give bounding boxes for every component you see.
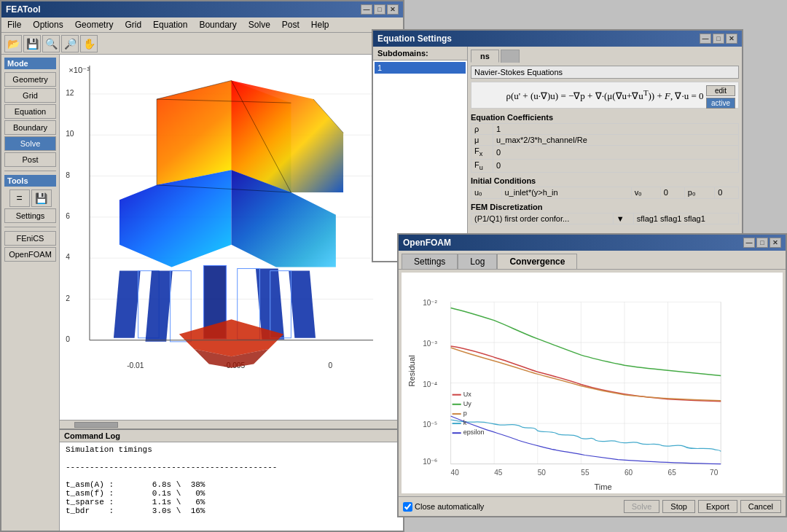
close-button[interactable]: ✕ — [387, 4, 399, 15]
sidebar-boundary[interactable]: Boundary — [4, 120, 56, 135]
of-tab-convergence[interactable]: Convergence — [497, 254, 577, 269]
svg-text:10⁻⁵: 10⁻⁵ — [423, 420, 437, 429]
sidebar-settings[interactable]: Settings — [4, 208, 56, 223]
of-content: Settings Log Convergence Residual Time 1… — [399, 251, 786, 516]
eq-tab-ns[interactable]: ns — [471, 50, 499, 63]
svg-text:10⁻⁶: 10⁻⁶ — [423, 458, 437, 466]
fem-value[interactable]: (P1/Q1) first order confor... — [471, 213, 614, 224]
coeff-value-fx[interactable]: 0 — [493, 146, 739, 159]
command-log-content: Simulation timings ---------------------… — [60, 442, 403, 528]
svg-rect-22 — [114, 271, 141, 338]
scrollbar-thumb[interactable] — [74, 422, 118, 428]
main-title-bar: FEATool — □ ✕ — [1, 1, 403, 17]
eq-maximize-button[interactable]: □ — [713, 34, 724, 44]
svg-text:Uy: Uy — [463, 400, 472, 407]
init-p0-value[interactable]: 0 — [715, 187, 739, 198]
maximize-button[interactable]: □ — [374, 4, 385, 15]
eq-close-button[interactable]: ✕ — [726, 34, 737, 44]
of-title-bar: OpenFOAM — □ ✕ — [399, 235, 786, 251]
coeff-row-rho: ρ 1 — [471, 124, 739, 135]
plot-area: ×10⁻³ 12 10 8 6 4 2 0 -0.01 -0.005 0 — [60, 55, 403, 420]
sidebar-geometry[interactable]: Geometry — [4, 72, 56, 87]
menu-solve[interactable]: Solve — [246, 19, 273, 31]
svg-text:Residual: Residual — [407, 355, 416, 386]
coeff-name-fu: Fu — [471, 159, 493, 172]
equals-icon[interactable]: = — [9, 189, 30, 207]
save-button[interactable]: 💾 — [23, 35, 41, 52]
svg-text:p: p — [463, 410, 467, 417]
of-tab-settings[interactable]: Settings — [402, 254, 458, 269]
menu-equation[interactable]: Equation — [150, 19, 190, 31]
svg-rect-75 — [453, 423, 461, 424]
sidebar-fenics[interactable]: FEniCS — [4, 231, 56, 246]
of-tabs: Settings Log Convergence — [399, 251, 786, 270]
svg-text:55: 55 — [581, 469, 590, 477]
init-table: u₀ u_inlet*(y>h_in v₀ 0 p₀ 0 — [471, 187, 739, 199]
sidebar-equation[interactable]: Equation — [4, 104, 56, 119]
stop-button[interactable]: Stop — [662, 500, 695, 513]
pan-button[interactable]: ✋ — [80, 35, 98, 52]
export-button[interactable]: Export — [698, 500, 737, 513]
menu-options[interactable]: Options — [30, 19, 66, 31]
close-auto-input[interactable] — [403, 502, 412, 512]
zoom-out-button[interactable]: 🔎 — [61, 35, 79, 52]
command-log-title: Command Log — [60, 430, 403, 442]
coeff-name-mu: μ — [471, 135, 493, 146]
svg-rect-71 — [453, 404, 461, 405]
minimize-button[interactable]: — — [361, 4, 372, 15]
coeff-value-mu[interactable]: u_max*2/3*h_channel/Re — [493, 135, 739, 146]
init-row: u₀ u_inlet*(y>h_in v₀ 0 p₀ 0 — [471, 187, 739, 198]
menu-geometry[interactable]: Geometry — [72, 19, 117, 31]
horizontal-scrollbar[interactable] — [60, 420, 403, 429]
of-tab-log[interactable]: Log — [458, 254, 497, 269]
formula-text: ρ(u' + (u·∇)u) = −∇p + ∇·(μ(∇u+∇uT)) + F… — [506, 90, 703, 101]
menu-file[interactable]: File — [4, 19, 24, 31]
sidebar-icon-row: = 💾 — [4, 189, 56, 207]
fem-dropdown[interactable]: ▼ — [613, 213, 633, 224]
open-button[interactable]: 📂 — [4, 35, 22, 52]
menu-help[interactable]: Help — [308, 19, 332, 31]
of-maximize-button[interactable]: □ — [756, 238, 768, 248]
cancel-button[interactable]: Cancel — [740, 500, 781, 513]
fem-section-label: FEM Discretization — [471, 203, 739, 211]
eq-minimize-button[interactable]: — — [700, 34, 711, 44]
svg-text:10⁻²: 10⁻² — [423, 299, 437, 307]
svg-text:10⁻³: 10⁻³ — [423, 340, 437, 348]
of-window-title: OpenFOAM — [403, 238, 451, 248]
subdomain-item-1[interactable]: 1 — [375, 62, 466, 74]
active-button[interactable]: active — [706, 98, 735, 109]
menu-post[interactable]: Post — [279, 19, 302, 31]
svg-text:0: 0 — [329, 361, 333, 369]
of-close-button[interactable]: ✕ — [770, 238, 781, 248]
main-window-controls: — □ ✕ — [361, 4, 399, 15]
solve-button[interactable]: Solve — [624, 500, 660, 513]
init-section-label: Initial Conditions — [471, 176, 739, 185]
mesh-plot: ×10⁻³ 12 10 8 6 4 2 0 -0.01 -0.005 0 — [60, 55, 403, 420]
svg-marker-20 — [120, 170, 232, 267]
svg-text:65: 65 — [668, 469, 677, 477]
sidebar-post[interactable]: Post — [4, 152, 56, 167]
sidebar-openfoam[interactable]: OpenFOAM — [4, 247, 56, 262]
sidebar-grid[interactable]: Grid — [4, 88, 56, 103]
menu-boundary[interactable]: Boundary — [196, 19, 239, 31]
svg-text:12: 12 — [66, 89, 74, 97]
svg-rect-24 — [145, 271, 172, 342]
edit-button[interactable]: edit — [706, 85, 735, 96]
tools-label: Tools — [4, 175, 56, 187]
zoom-in-button[interactable]: 🔍 — [42, 35, 60, 52]
sidebar-solve[interactable]: Solve — [4, 136, 56, 151]
subdomains-label: Subdomains: — [373, 47, 467, 60]
coeff-value-rho[interactable]: 1 — [493, 124, 739, 135]
svg-text:6: 6 — [66, 212, 70, 220]
menu-grid[interactable]: Grid — [122, 19, 144, 31]
coeff-value-fu[interactable]: 0 — [493, 159, 739, 172]
eq-tab-2[interactable] — [501, 50, 520, 63]
of-minimize-button[interactable]: — — [743, 238, 755, 248]
close-auto-checkbox[interactable]: Close automatically — [403, 502, 484, 512]
coeff-table: ρ 1 μ u_max*2/3*h_channel/Re Fx 0 Fu 0 — [471, 123, 739, 172]
svg-rect-77 — [453, 432, 461, 434]
init-v0-value[interactable]: 0 — [660, 187, 684, 198]
init-u0-value[interactable]: u_inlet*(y>h_in — [501, 187, 631, 198]
disk-icon[interactable]: 💾 — [31, 189, 52, 207]
svg-text:70: 70 — [710, 469, 719, 477]
